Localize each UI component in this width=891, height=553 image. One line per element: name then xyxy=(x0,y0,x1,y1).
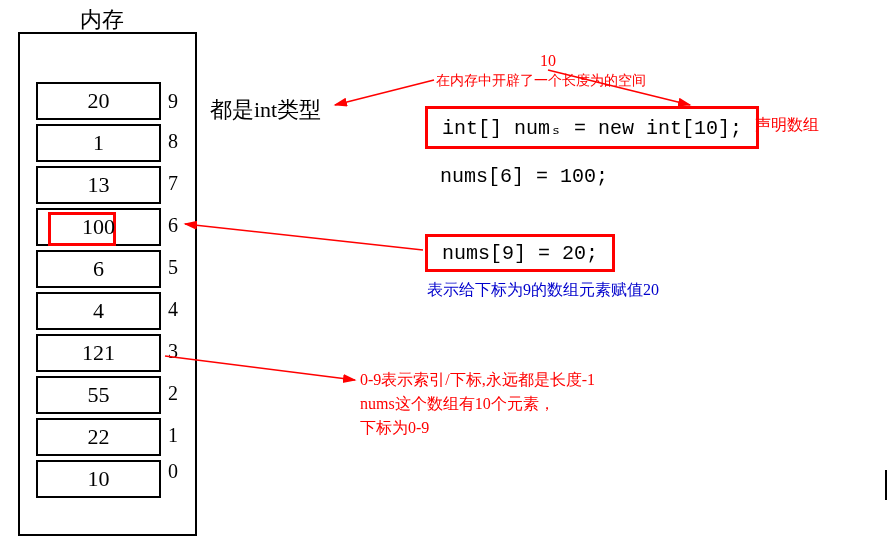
cell-4: 4 xyxy=(36,292,161,330)
code-assign2: nums[9] = 20; xyxy=(442,242,598,265)
arrow-icon xyxy=(185,224,423,250)
code-assign1: nums[6] = 100; xyxy=(440,165,608,188)
cell-1: 22 xyxy=(36,418,161,456)
index-explanation: 0-9表示索引/下标,永远都是长度-1 nums这个数组有10个元素， 下标为0… xyxy=(360,368,595,440)
code-assign2-box: nums[9] = 20; xyxy=(425,234,615,272)
cell-3: 121 xyxy=(36,334,161,372)
type-label: 都是int类型 xyxy=(210,95,321,125)
cell-value: 100 xyxy=(82,214,115,239)
index-label-7: 7 xyxy=(168,172,178,195)
cell-value: 10 xyxy=(88,466,110,491)
index-explanation-line2: nums这个数组有10个元素， xyxy=(360,392,595,416)
cell-value: 55 xyxy=(88,382,110,407)
cell-value: 13 xyxy=(88,172,110,197)
memory-cells: 20 1 13 100 6 4 121 55 22 10 xyxy=(36,82,161,502)
cell-value: 22 xyxy=(88,424,110,449)
memory-label: 内存 xyxy=(80,5,124,35)
cell-value: 20 xyxy=(88,88,110,113)
declaration-label: 声明数组 xyxy=(755,115,819,136)
cell-6: 100 xyxy=(36,208,161,246)
code-declaration: int[] numₛ = new int[10]; xyxy=(442,117,742,140)
index-label-5: 5 xyxy=(168,256,178,279)
cell-value: 6 xyxy=(93,256,104,281)
code-declaration-box: int[] numₛ = new int[10]; xyxy=(425,106,759,149)
blue-note: 表示给下标为9的数组元素赋值20 xyxy=(427,280,659,301)
allocation-note: 在内存中开辟了一个长度为的空间 xyxy=(436,72,646,90)
cell-5: 6 xyxy=(36,250,161,288)
index-label-0: 0 xyxy=(168,460,178,483)
index-label-6: 6 xyxy=(168,214,178,237)
cell-9: 20 xyxy=(36,82,161,120)
cell-value: 1 xyxy=(93,130,104,155)
cell-value: 4 xyxy=(93,298,104,323)
cell-7: 13 xyxy=(36,166,161,204)
index-label-3: 3 xyxy=(168,340,178,363)
cell-value: 121 xyxy=(82,340,115,365)
index-label-2: 2 xyxy=(168,382,178,405)
index-label-4: 4 xyxy=(168,298,178,321)
index-explanation-line1: 0-9表示索引/下标,永远都是长度-1 xyxy=(360,368,595,392)
cell-0: 10 xyxy=(36,460,161,498)
index-label-9: 9 xyxy=(168,90,178,113)
index-label-8: 8 xyxy=(168,130,178,153)
cell-8: 1 xyxy=(36,124,161,162)
arrow-icon xyxy=(335,80,434,105)
length-value-label: 10 xyxy=(540,52,556,70)
index-label-1: 1 xyxy=(168,424,178,447)
index-explanation-line3: 下标为0-9 xyxy=(360,416,595,440)
cell-2: 55 xyxy=(36,376,161,414)
